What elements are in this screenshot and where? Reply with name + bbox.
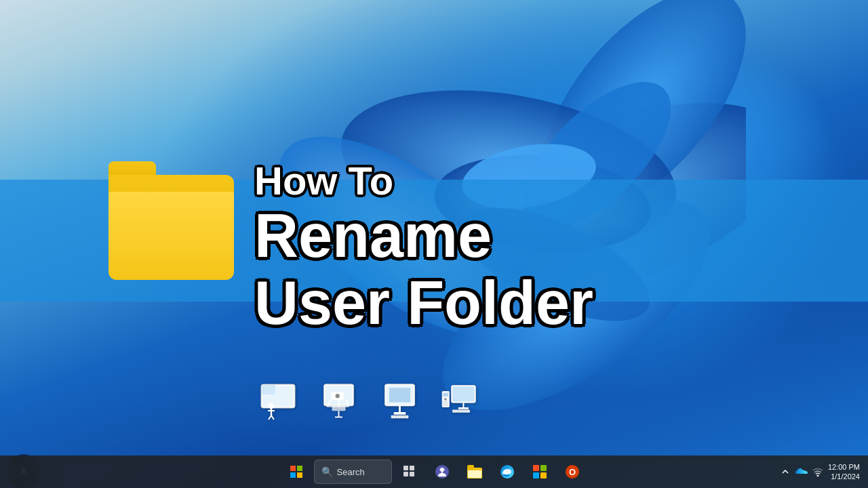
svg-rect-63 (403, 472, 408, 476)
desktop-icon-2[interactable] (319, 383, 359, 420)
svg-rect-64 (410, 472, 414, 476)
video-title: How To Rename User Folder (254, 159, 593, 337)
svg-text:O: O (568, 467, 575, 477)
svg-rect-25 (332, 406, 345, 411)
svg-point-20 (335, 394, 340, 399)
system-clock[interactable]: 12:00 PM 1/1/2024 (828, 462, 863, 482)
svg-rect-41 (452, 386, 475, 401)
folder-front (108, 192, 234, 280)
svg-rect-58 (297, 466, 302, 471)
tray-onedrive-icon[interactable] (795, 466, 808, 478)
task-view-button[interactable] (395, 458, 425, 485)
title-user-folder: User Folder (254, 270, 593, 337)
svg-rect-60 (297, 472, 302, 478)
desktop-icons-area (258, 383, 481, 420)
search-icon: 🔍 (321, 466, 333, 477)
desktop-icon-3[interactable] (380, 383, 420, 420)
system-tray: 12:00 PM 1/1/2024 (779, 462, 863, 482)
start-button[interactable] (281, 458, 311, 485)
desktop-icon-4[interactable] (441, 383, 481, 420)
desktop-icon-1[interactable] (258, 383, 298, 420)
svg-line-16 (271, 415, 274, 420)
file-explorer-button[interactable] (460, 458, 490, 485)
svg-rect-45 (443, 393, 448, 396)
search-label: Search (337, 467, 365, 477)
title-rename: Rename (254, 203, 593, 270)
title-how-to: How To (254, 159, 393, 203)
desktop: How To Rename User Folder (0, 0, 868, 488)
svg-point-13 (269, 403, 274, 409)
svg-rect-70 (467, 465, 474, 470)
svg-rect-74 (540, 465, 547, 471)
microsoft-store-button[interactable] (525, 458, 555, 485)
teams-button[interactable]: T (427, 458, 457, 485)
taskbar-center: 🔍 Search T (281, 458, 587, 485)
svg-point-79 (816, 475, 818, 477)
svg-rect-32 (393, 412, 406, 415)
svg-rect-43 (458, 407, 469, 409)
svg-rect-30 (389, 388, 410, 402)
svg-rect-57 (290, 466, 296, 471)
svg-rect-73 (533, 465, 539, 471)
office-button[interactable]: O (557, 458, 587, 485)
svg-point-67 (440, 468, 444, 472)
search-bar[interactable]: 🔍 Search (314, 460, 392, 484)
svg-rect-59 (290, 472, 296, 478)
svg-rect-50 (452, 410, 470, 413)
svg-rect-76 (540, 472, 547, 479)
svg-rect-11 (262, 385, 275, 394)
edge-browser-button[interactable] (492, 458, 522, 485)
svg-rect-61 (403, 466, 408, 470)
svg-rect-71 (468, 470, 481, 478)
folder-icon (108, 175, 234, 280)
taskbar: 🔍 Search T (0, 455, 868, 488)
svg-rect-75 (533, 472, 539, 479)
clock-time: 12:00 PM (828, 462, 860, 472)
tray-wifi-icon[interactable] (812, 466, 824, 478)
clock-date: 1/1/2024 (828, 472, 860, 481)
tray-chevron-up[interactable] (779, 466, 791, 478)
svg-point-46 (444, 398, 446, 400)
svg-rect-62 (410, 466, 414, 470)
